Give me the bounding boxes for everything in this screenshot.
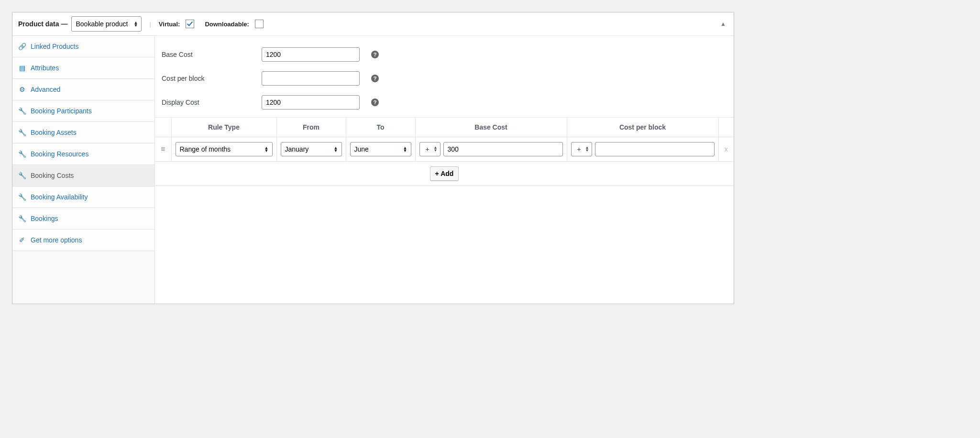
display-cost-row: Display Cost ? bbox=[155, 90, 734, 114]
operator-symbol: + bbox=[577, 145, 581, 153]
virtual-label: Virtual: bbox=[159, 21, 180, 28]
display-cost-input[interactable] bbox=[262, 95, 360, 110]
rules-table: Rule Type From To Base Cost Cost per blo… bbox=[155, 117, 734, 186]
remove-column-header bbox=[718, 118, 734, 137]
sidebar-item-booking-participants[interactable]: 🔧 Booking Participants bbox=[12, 100, 154, 122]
sidebar-item-label: Get more options bbox=[31, 236, 82, 244]
add-rule-button[interactable]: + Add bbox=[430, 166, 459, 181]
virtual-checkbox[interactable] bbox=[186, 20, 194, 28]
sidebar-item-attributes[interactable]: ▤ Attributes bbox=[12, 57, 154, 79]
base-cost-row: Base Cost ? bbox=[155, 43, 734, 66]
sidebar-item-booking-costs[interactable]: 🔧 Booking Costs bbox=[12, 165, 154, 186]
rule-type-select[interactable]: Range of months bbox=[176, 142, 273, 156]
product-data-title: Product data — bbox=[18, 20, 67, 28]
wrench-icon: 🔧 bbox=[18, 129, 26, 136]
help-icon[interactable]: ? bbox=[371, 51, 379, 58]
sidebar: 🔗 Linked Products ▤ Attributes ⚙ Advance… bbox=[12, 36, 155, 304]
sidebar-item-label: Booking Resources bbox=[31, 150, 88, 158]
sidebar-item-advanced[interactable]: ⚙ Advanced bbox=[12, 79, 154, 100]
sidebar-item-booking-availability[interactable]: 🔧 Booking Availability bbox=[12, 186, 154, 208]
table-row: ≡ Range of months ▲▼ bbox=[155, 137, 734, 162]
cost-per-block-header: Cost per block bbox=[567, 118, 718, 137]
panel-body: 🔗 Linked Products ▤ Attributes ⚙ Advance… bbox=[12, 36, 734, 304]
sidebar-item-label: Booking Participants bbox=[31, 107, 92, 115]
sidebar-item-label: Booking Availability bbox=[31, 193, 88, 201]
cost-per-block-row: Cost per block ? bbox=[155, 66, 734, 90]
cost-per-block-operator[interactable]: + ▲▼ bbox=[571, 142, 592, 156]
wrench-icon: 🔧 bbox=[18, 193, 26, 201]
base-cost-header: Base Cost bbox=[415, 118, 567, 137]
panel-header: Product data — Bookable product ▲▼ | Vir… bbox=[12, 12, 734, 36]
product-type-select[interactable]: Bookable product bbox=[71, 16, 142, 32]
wrench-icon: 🔧 bbox=[18, 215, 26, 222]
base-cost-input[interactable] bbox=[262, 47, 360, 62]
cost-per-block-value-input[interactable] bbox=[595, 142, 715, 156]
operator-symbol: + bbox=[425, 145, 429, 153]
sidebar-item-label: Advanced bbox=[31, 86, 60, 93]
check-icon bbox=[187, 21, 193, 27]
sidebar-item-linked-products[interactable]: 🔗 Linked Products bbox=[12, 36, 154, 57]
sidebar-item-label: Attributes bbox=[31, 64, 59, 72]
downloadable-checkbox[interactable] bbox=[255, 20, 264, 28]
base-cost-combo: + ▲▼ bbox=[419, 142, 563, 156]
sidebar-item-label: Booking Assets bbox=[31, 129, 77, 136]
cost-per-block-combo: + ▲▼ bbox=[571, 142, 715, 156]
product-type-select-wrap: Bookable product ▲▼ bbox=[71, 16, 142, 32]
to-select[interactable]: June bbox=[350, 142, 411, 156]
base-cost-value-input[interactable] bbox=[443, 142, 563, 156]
base-cost-operator[interactable]: + ▲▼ bbox=[419, 142, 440, 156]
display-cost-label: Display Cost bbox=[162, 99, 255, 106]
link-icon: 🔗 bbox=[18, 43, 26, 50]
card-icon: ▤ bbox=[18, 64, 26, 72]
cost-per-block-label: Cost per block bbox=[162, 75, 255, 82]
wrench-icon: 🔧 bbox=[18, 150, 26, 158]
stepper-arrows-icon: ▲▼ bbox=[434, 146, 438, 152]
help-icon[interactable]: ? bbox=[371, 99, 379, 106]
sidebar-item-booking-resources[interactable]: 🔧 Booking Resources bbox=[12, 143, 154, 165]
sidebar-item-bookings[interactable]: 🔧 Bookings bbox=[12, 208, 154, 230]
wrench-icon: 🔧 bbox=[18, 107, 26, 115]
from-select[interactable]: January bbox=[281, 142, 342, 156]
product-data-panel: Product data — Bookable product ▲▼ | Vir… bbox=[12, 12, 734, 304]
gear-icon: ⚙ bbox=[18, 86, 26, 93]
to-header: To bbox=[346, 118, 415, 137]
sidebar-item-label: Linked Products bbox=[31, 43, 78, 50]
from-header: From bbox=[276, 118, 346, 137]
pointer-icon: ✐ bbox=[18, 236, 26, 244]
drag-column-header bbox=[155, 118, 171, 137]
sidebar-item-get-more-options[interactable]: ✐ Get more options bbox=[12, 230, 154, 251]
base-cost-label: Base Cost bbox=[162, 51, 255, 58]
collapse-toggle-icon[interactable]: ▲ bbox=[720, 21, 726, 27]
sidebar-item-booking-assets[interactable]: 🔧 Booking Assets bbox=[12, 122, 154, 143]
downloadable-label: Downloadable: bbox=[205, 21, 249, 28]
divider: | bbox=[149, 21, 151, 28]
sidebar-item-label: Booking Costs bbox=[31, 172, 74, 179]
remove-row-button[interactable]: x bbox=[725, 145, 728, 153]
wrench-icon: 🔧 bbox=[18, 172, 26, 179]
sidebar-item-label: Bookings bbox=[31, 215, 58, 222]
help-icon[interactable]: ? bbox=[371, 75, 379, 82]
stepper-arrows-icon: ▲▼ bbox=[585, 146, 589, 152]
drag-handle-icon[interactable]: ≡ bbox=[161, 145, 165, 153]
content: Base Cost ? Cost per block ? Display Cos… bbox=[155, 36, 734, 304]
cost-per-block-input[interactable] bbox=[262, 71, 360, 86]
rule-type-header: Rule Type bbox=[171, 118, 276, 137]
